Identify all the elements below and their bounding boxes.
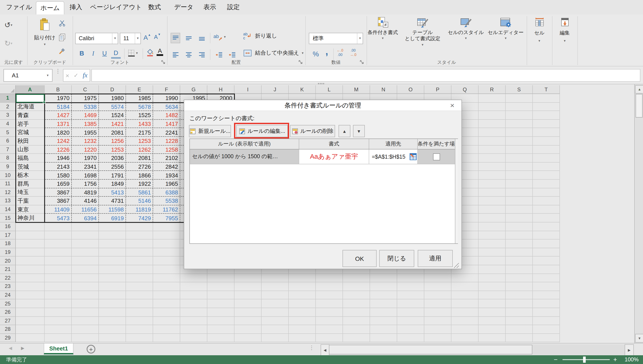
rule-row-applies-to[interactable]: =$A$1:$H$15	[369, 150, 418, 164]
column-header-E[interactable]: E	[126, 85, 153, 94]
merge-center-button[interactable]: 結合して中央揃え ▾	[243, 50, 303, 57]
row-header-5[interactable]: 5	[0, 128, 16, 137]
dialog-title-bar[interactable]: 条件付き書式ルールの管理	[184, 100, 461, 111]
cell-value[interactable]: 1946	[45, 154, 70, 162]
cut-button[interactable]	[59, 20, 66, 27]
dialog-close-button[interactable]: 閉じる	[379, 250, 414, 267]
row-header-1[interactable]: 1	[0, 94, 16, 102]
rule-row-format-preview[interactable]: Aaあぁアァ亜宇	[299, 150, 369, 164]
column-header-J[interactable]: J	[261, 85, 289, 94]
cell-prefecture[interactable]: 北海道	[18, 102, 44, 111]
column-header-Q[interactable]: Q	[451, 85, 479, 94]
cell-prefecture[interactable]: 千葉	[18, 197, 44, 205]
cell-year[interactable]: 1970	[45, 94, 70, 102]
cell-value[interactable]: 1524	[99, 111, 124, 120]
column-header-F[interactable]: F	[153, 85, 180, 94]
align-left-button[interactable]	[171, 50, 180, 60]
cell-value[interactable]: 2143	[45, 162, 70, 171]
double-underline-button[interactable]: D	[111, 48, 121, 58]
cell-prefecture[interactable]: 埼玉	[18, 188, 44, 197]
cell-styles-button[interactable]: セルのスタイル ▾	[447, 17, 485, 59]
cell-value[interactable]: 4731	[99, 197, 124, 205]
row-header-6[interactable]: 6	[0, 137, 16, 145]
tab-scrollbar-splitter[interactable]: ⋮	[309, 346, 310, 353]
selection-fill-handle[interactable]	[43, 101, 46, 103]
cell-value[interactable]: 2102	[153, 154, 178, 162]
zoom-slider-track[interactable]	[562, 359, 610, 360]
format-painter-button[interactable]	[59, 48, 66, 54]
menu-view[interactable]: 表示	[203, 0, 216, 14]
active-cell-a1[interactable]	[16, 94, 45, 102]
cell-value[interactable]: 1242	[45, 137, 70, 145]
row-header-17[interactable]: 17	[0, 231, 16, 240]
menu-file[interactable]: ファイル	[6, 0, 32, 14]
cell-prefecture[interactable]: 秋田	[18, 137, 44, 145]
text-orientation-button[interactable]: ab▾	[213, 33, 226, 42]
column-header-M[interactable]: M	[343, 85, 370, 94]
align-middle-button[interactable]	[184, 33, 193, 43]
cell-value[interactable]: 7955	[153, 214, 178, 222]
enter-check-icon[interactable]: ✓	[74, 72, 78, 79]
percent-style-button[interactable]: %	[310, 48, 321, 60]
cell-value[interactable]: 1659	[45, 180, 70, 188]
font-name-select[interactable]: Calibri▾	[75, 33, 118, 44]
new-rule-button[interactable]: 新規ルール...	[189, 125, 231, 137]
cell-prefecture[interactable]: 群馬	[18, 180, 44, 188]
number-format-select[interactable]: 標準▾	[309, 33, 363, 44]
row-header-22[interactable]: 22	[0, 274, 16, 282]
cell-value[interactable]: 1791	[99, 171, 124, 180]
cell-value[interactable]: 5634	[153, 102, 178, 111]
vertical-scrollbar[interactable]: ▲ ▼	[634, 84, 643, 343]
underline-button[interactable]: U	[100, 48, 109, 58]
cell-value[interactable]: 1371	[45, 120, 70, 128]
ok-button[interactable]: OK	[343, 250, 377, 267]
cell-value[interactable]: 5861	[126, 188, 151, 197]
fill-color-button[interactable]	[146, 48, 154, 57]
row-header-15[interactable]: 15	[0, 214, 16, 222]
cell-value[interactable]: 11409	[45, 206, 70, 214]
cells-button[interactable]: セル ▾	[527, 17, 551, 59]
column-header-D[interactable]: D	[99, 85, 126, 94]
vertical-scrollbar-thumb[interactable]	[635, 94, 642, 118]
column-header-G[interactable]: G	[180, 85, 207, 94]
next-sheet-icon[interactable]: ▶	[21, 346, 24, 350]
zoom-slider-thumb[interactable]	[583, 356, 586, 363]
cell-value[interactable]: 2842	[153, 162, 178, 171]
row-header-14[interactable]: 14	[0, 206, 16, 214]
copy-button[interactable]	[59, 34, 66, 41]
prev-sheet-icon[interactable]: ◀	[9, 346, 12, 350]
row-header-24[interactable]: 24	[0, 291, 16, 300]
column-header-P[interactable]: P	[424, 85, 451, 94]
cell-value[interactable]: 4819	[72, 188, 97, 197]
scroll-down-button[interactable]: ▼	[635, 334, 643, 342]
cell-prefecture[interactable]: 福島	[18, 154, 44, 162]
cell-value[interactable]: 2726	[126, 162, 151, 171]
zoom-in-icon[interactable]: +	[613, 356, 617, 363]
column-header-S[interactable]: S	[506, 85, 533, 94]
row-header-9[interactable]: 9	[0, 162, 16, 171]
range-selector-icon[interactable]	[409, 153, 417, 160]
cell-value[interactable]: 1482	[153, 111, 178, 120]
wrap-text-button[interactable]: abc 折り返し	[243, 32, 277, 40]
cell-value[interactable]: 5473	[45, 214, 70, 222]
editing-button[interactable]: 編集 ▾	[553, 17, 576, 59]
cell-value[interactable]: 1965	[153, 180, 178, 188]
cell-value[interactable]: 2341	[72, 162, 97, 171]
cell-value[interactable]: 2556	[99, 162, 124, 171]
align-bottom-button[interactable]	[197, 33, 206, 43]
cell-value[interactable]: 1417	[153, 120, 178, 128]
format-as-table-button[interactable]: テーブルとして書式設定 ▾	[400, 17, 445, 59]
align-center-button[interactable]	[184, 50, 193, 60]
row-header-4[interactable]: 4	[0, 120, 16, 128]
column-header-L[interactable]: L	[316, 85, 343, 94]
increase-decimal-button[interactable]: ←.0.00	[337, 48, 343, 58]
decrease-indent-button[interactable]	[213, 50, 224, 60]
row-header-16[interactable]: 16	[0, 222, 16, 231]
cell-value[interactable]: 2036	[99, 154, 124, 162]
cancel-icon[interactable]: ×	[66, 72, 69, 79]
cell-value[interactable]: 2081	[126, 154, 151, 162]
cell-value[interactable]: 1849	[99, 180, 124, 188]
cell-prefecture[interactable]: 山形	[18, 145, 44, 154]
row-header-19[interactable]: 19	[0, 248, 16, 257]
scroll-up-button[interactable]: ▲	[635, 85, 643, 94]
